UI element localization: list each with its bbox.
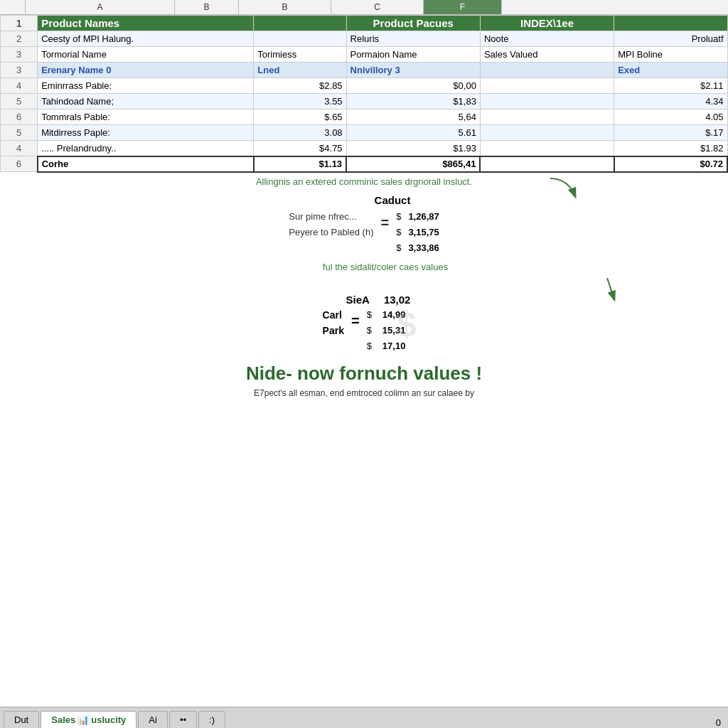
tab-smiley[interactable]: :) xyxy=(198,711,225,728)
cell-f-r7: 4.05 xyxy=(614,109,727,125)
cell-f-r2: Proluatf xyxy=(614,31,727,47)
siea-dollar-1: $ xyxy=(367,307,372,323)
tab-ai[interactable]: Ai xyxy=(138,711,168,728)
siea-equals: = xyxy=(351,313,360,329)
cell-b1-r4: Lned xyxy=(254,63,346,78)
col-header-f[interactable]: F xyxy=(424,0,502,14)
cell-b1-r10: $1.13 xyxy=(254,156,346,172)
row-num: 6 xyxy=(1,156,38,172)
cell-b1-r1 xyxy=(254,16,346,31)
col-header-b2[interactable]: B xyxy=(239,0,331,14)
caduct-title: Caduct xyxy=(375,194,411,206)
tab-sales-icon: 📊 xyxy=(77,714,89,725)
caduct-dollar-1: $ xyxy=(396,209,401,225)
caduct-label-3 xyxy=(289,240,373,256)
cell-b1-r7: $.65 xyxy=(254,109,346,125)
caduct-value-1: 1,26,87 xyxy=(408,209,439,225)
caduct-value-2: 3,15,75 xyxy=(408,225,439,240)
table-row: 6 Tommrals Pable: $.65 5,64 4.05 xyxy=(1,109,728,125)
cell-b2-r9: $1.93 xyxy=(346,141,480,156)
cell-a-r8: Mitdirress Paple: xyxy=(38,125,254,141)
cell-c-r10 xyxy=(480,156,614,172)
cell-b2-r8: 5.61 xyxy=(346,125,480,141)
cell-f-r10: $0.72 xyxy=(614,156,727,172)
cell-a-r9: ..... Prelandrudny.. xyxy=(38,141,254,156)
cell-c-r2: Noote xyxy=(480,31,614,47)
cell-b2-r4: Nnivillory 3 xyxy=(346,63,480,78)
table-row: 5 Tahindoad Name; 3.55 $1,83 4.34 xyxy=(1,94,728,109)
cell-b1-r2 xyxy=(254,31,346,47)
caduct-section: Caduct Sur pime nfrec... Peyere to Pable… xyxy=(14,194,714,256)
cell-a-r6: Tahindoad Name; xyxy=(38,94,254,109)
table-row-highlight: 3 Erenary Name 0 Lned Nnivillory 3 Exed xyxy=(1,63,728,78)
tab-dots[interactable]: •• xyxy=(169,711,197,728)
caduct-dollar-2: $ xyxy=(396,225,401,240)
tab-sales-label: Sales xyxy=(51,714,75,725)
row-num: 5 xyxy=(1,125,38,141)
row-num: 4 xyxy=(1,78,38,94)
tab-bar: Dut Sales 📊 uslucity Ai •• :) 0 xyxy=(0,707,728,728)
siea-value-3: 17,10 xyxy=(382,338,406,354)
siea-title-val: 13,02 xyxy=(384,294,411,306)
cell-b2-r2: Reluris xyxy=(346,31,480,47)
table-row: 1 Product Names Product Pacues INDEX\1ee xyxy=(1,16,728,31)
col-header-b1[interactable]: B xyxy=(175,0,239,14)
col-header-a[interactable]: A xyxy=(26,0,175,14)
cell-b1-r9: $4.75 xyxy=(254,141,346,156)
cell-b2-r7: 5,64 xyxy=(346,109,480,125)
row-num: 4 xyxy=(1,141,38,156)
caduct-equals: = xyxy=(380,215,389,231)
arrow-1-icon xyxy=(543,175,586,203)
siea-value-1: 14,99 xyxy=(382,307,406,323)
siea-label-3 xyxy=(323,338,344,354)
annotation-text-1: Allingnis an extered comminic sales drgn… xyxy=(256,176,472,187)
tab-dut[interactable]: Dut xyxy=(4,711,39,728)
row-num: 2 xyxy=(1,31,38,47)
table-row: 4 Eminrrass Pable: $2.85 $0,00 $2.11 xyxy=(1,78,728,94)
row-num-header xyxy=(0,0,26,14)
arrow-2-icon xyxy=(586,274,628,303)
cell-c-r7 xyxy=(480,109,614,125)
cell-b2-r10: $865,41 xyxy=(346,156,480,172)
cell-a-r5: Eminrrass Pable: xyxy=(38,78,254,94)
tab-sales-suffix: uslucity xyxy=(91,714,126,725)
row-num: 3 xyxy=(1,47,38,63)
cell-c-r6 xyxy=(480,94,614,109)
col-header-c[interactable]: C xyxy=(331,0,424,14)
cell-f-r9: $1.82 xyxy=(614,141,727,156)
tab-zero: 0 xyxy=(716,717,721,728)
cell-a-r10: Corhe xyxy=(38,156,254,172)
product-pacues-header: Product Pacues xyxy=(346,16,480,31)
caduct-label-2: Peyere to Pabled (h) xyxy=(289,225,373,240)
spreadsheet-table: 1 Product Names Product Pacues INDEX\1ee… xyxy=(0,15,728,173)
siea-dollar-2: $ xyxy=(367,323,372,338)
cell-c-r3: Sales Valued xyxy=(480,47,614,63)
row-num: 5 xyxy=(1,94,38,109)
cell-b1-r6: 3.55 xyxy=(254,94,346,109)
cell-b2-r5: $0,00 xyxy=(346,78,480,94)
cell-b1-r5: $2.85 xyxy=(254,78,346,94)
cell-a-r3: Tormorial Name xyxy=(38,47,254,63)
cell-a-r7: Tommrals Pable: xyxy=(38,109,254,125)
cell-a-r4: Erenary Name 0 xyxy=(38,63,254,78)
big-title: Nide- now fornuch values ! xyxy=(14,363,714,385)
caduct-dollar-3: $ xyxy=(396,240,401,256)
product-names-header: Product Names xyxy=(38,16,254,31)
cell-c-r9 xyxy=(480,141,614,156)
annotation-text-2: ful the sidalit/coler caes values xyxy=(323,262,448,272)
cell-f-r8: $.17 xyxy=(614,125,727,141)
cell-b2-r6: $1,83 xyxy=(346,94,480,109)
tab-sales[interactable]: Sales 📊 uslucity xyxy=(41,711,136,728)
index-header: INDEX\1ee xyxy=(480,16,614,31)
siea-dollar-3: $ xyxy=(367,338,372,354)
cell-c-r4 xyxy=(480,63,614,78)
cell-c-r8 xyxy=(480,125,614,141)
table-row: 3 Tormorial Name Torimiess Pormaion Name… xyxy=(1,47,728,63)
table-row: 5 Mitdirress Paple: 3.08 5.61 $.17 xyxy=(1,125,728,141)
siea-value-2: 15,31 xyxy=(382,323,406,338)
cell-c-r5 xyxy=(480,78,614,94)
caduct-label-1: Sur pime nfrec... xyxy=(289,209,373,225)
table-row-bold: 6 Corhe $1.13 $865,41 $0.72 xyxy=(1,156,728,172)
bottom-note: E7pect's all esman, end emtroced colimn … xyxy=(14,388,714,398)
siea-label-2: Park xyxy=(323,323,344,338)
